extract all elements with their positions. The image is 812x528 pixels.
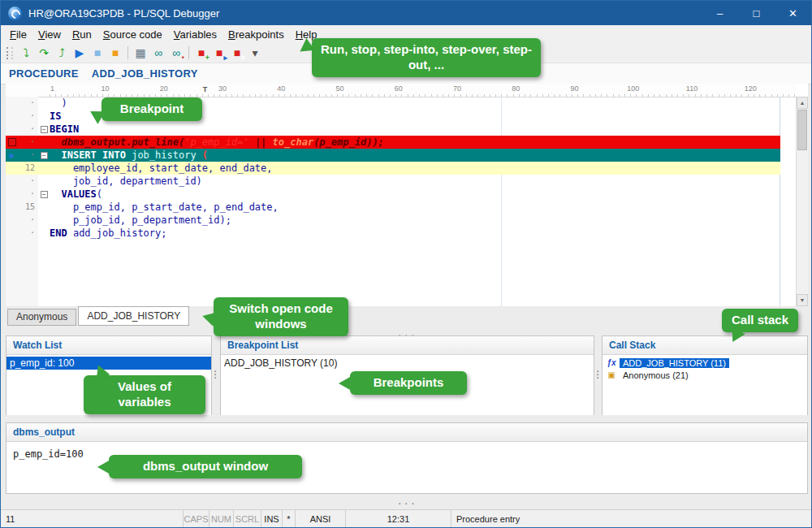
add-breakpoint-icon[interactable]: ■+ — [193, 45, 209, 61]
execution-arrow-icon: ► — [8, 151, 17, 160]
callout-code-windows: Switch open code windows — [214, 297, 348, 336]
ruler-number: 120 — [745, 84, 757, 93]
object-name: ADD_JOB_HISTORY — [92, 67, 198, 80]
menu-variables[interactable]: Variables — [168, 27, 222, 42]
line-number[interactable]: · — [19, 175, 38, 188]
code-text: job_id, department_id) — [50, 175, 202, 188]
menu-view[interactable]: View — [32, 27, 67, 42]
minimize-button[interactable]: – — [702, 1, 738, 25]
collapse-icon[interactable]: − — [41, 152, 48, 159]
fold-toggle[interactable]: − — [38, 188, 50, 201]
splitter-editor-panels[interactable] — [382, 327, 431, 334]
ruler-number: 30 — [218, 84, 227, 93]
call-stack-item[interactable]: ƒxADD_JOB_HISTORY (11) — [603, 357, 807, 369]
line-margin — [6, 175, 19, 188]
code-line[interactable]: ·−BEGIN — [6, 123, 780, 136]
menu-breakpoints[interactable]: Breakpoints — [222, 27, 290, 42]
call-stack-body[interactable]: ƒxADD_JOB_HISTORY (11)▣Anonymous (21) — [603, 355, 807, 415]
code-line[interactable]: ·END add_job_history; — [6, 227, 780, 240]
menu-file[interactable]: File — [4, 27, 32, 42]
line-number[interactable]: · — [19, 227, 38, 240]
watch-item[interactable]: p_emp_id: 100 — [6, 357, 211, 370]
window-title: HR@ORA19C3PDB - PL/SQL Debugger — [28, 7, 219, 19]
editor-vertical-scrollbar[interactable]: ▲ ▼ — [796, 97, 808, 306]
code-text: VALUES( — [50, 188, 102, 201]
collapse-icon[interactable]: − — [41, 191, 48, 198]
menu-source-code[interactable]: Source code — [97, 27, 168, 42]
line-number[interactable]: · — [19, 110, 38, 123]
ruler-number: 110 — [686, 84, 698, 93]
caps-indicator: CAPS — [184, 510, 209, 527]
evaluate-variable-icon[interactable]: ▦ — [132, 45, 149, 61]
object-type: PROCEDURE — [9, 67, 79, 80]
code-line[interactable]: ►·− INSERT INTO job_history ( — [6, 149, 780, 162]
ruler-number: 90 — [571, 84, 579, 93]
find-next-icon[interactable]: ∞• — [168, 45, 184, 61]
fold-toggle[interactable]: − — [38, 123, 50, 136]
line-number[interactable]: · — [19, 136, 38, 149]
line-number[interactable]: 15 — [19, 201, 38, 214]
breakpoint-icon[interactable] — [8, 138, 16, 146]
fold-column — [38, 110, 50, 123]
code-line[interactable]: · job_id, department_id) — [6, 175, 780, 188]
anonymous-block-icon: ▣ — [605, 370, 618, 379]
fold-column — [38, 97, 50, 110]
line-number[interactable]: · — [19, 188, 38, 201]
fold-column — [38, 227, 50, 240]
splitter-watch-breakpoints[interactable] — [212, 335, 219, 415]
find-icon[interactable]: ∞ — [150, 45, 166, 61]
stop-icon[interactable]: ■ — [107, 45, 123, 61]
tab-add_job_history[interactable]: ADD_JOB_HISTORY — [78, 306, 189, 326]
collapse-icon[interactable]: − — [41, 126, 48, 133]
line-margin: ► — [6, 149, 19, 162]
line-number[interactable]: · — [19, 149, 38, 162]
scroll-down-button[interactable]: ▼ — [797, 294, 808, 306]
scrl-indicator: SCRL — [234, 510, 261, 527]
close-button[interactable]: ✕ — [775, 1, 811, 25]
splitter-breakpoints-callstack[interactable] — [594, 335, 602, 415]
scrollbar-thumb[interactable] — [797, 110, 807, 150]
ruler-number: 50 — [336, 84, 344, 93]
code-line[interactable]: ·− VALUES( — [6, 188, 780, 201]
break-icon[interactable]: ■ — [89, 45, 106, 61]
code-line[interactable]: · p_job_id, p_department_id); — [6, 214, 780, 227]
line-number[interactable]: · — [19, 123, 38, 136]
code-text: INSERT INTO job_history ( — [50, 149, 208, 162]
clear-breakpoints-icon[interactable]: ■× — [229, 45, 245, 61]
breakpoint-item[interactable]: ADD_JOB_HISTORY (10) — [221, 357, 594, 370]
step-out-icon[interactable]: ⤴ — [54, 45, 70, 61]
code-line[interactable]: · dbms_output.put_line('p_emp_id=' || to… — [6, 136, 780, 149]
tab-anonymous[interactable]: Anonymous — [7, 309, 76, 326]
call-stack-item[interactable]: ▣Anonymous (21) — [603, 369, 807, 381]
splitter-panels-output[interactable] — [382, 416, 431, 422]
code-text: dbms_output.put_line('p_emp_id=' || to_c… — [50, 136, 384, 149]
function-icon: ƒx — [605, 358, 618, 367]
menu-run[interactable]: Run — [67, 27, 97, 42]
code-line[interactable]: 12 employee_id, start_date, end_date, — [6, 162, 780, 175]
line-margin — [6, 162, 19, 175]
fold-column — [38, 136, 50, 149]
scroll-up-button[interactable]: ▲ — [797, 97, 808, 109]
line-margin — [6, 214, 19, 227]
line-margin — [6, 97, 19, 110]
step-over-icon[interactable]: ↷ — [36, 45, 52, 61]
callout-variables: Values of variables — [84, 375, 205, 414]
ruler-number: 20 — [160, 84, 168, 93]
line-number[interactable]: 12 — [19, 162, 38, 175]
line-margin — [6, 227, 19, 240]
line-number[interactable]: · — [19, 214, 38, 227]
fold-toggle[interactable]: − — [38, 149, 50, 162]
goto-breakpoint-icon[interactable]: ■▸ — [211, 45, 227, 61]
ruler-number: 60 — [395, 84, 403, 93]
step-into-icon[interactable]: ⤵ — [18, 45, 34, 61]
toolbar-overflow-icon[interactable]: ▾ — [247, 45, 263, 61]
splitter-output-bottom[interactable] — [382, 496, 431, 502]
maximize-button[interactable]: □ — [738, 1, 775, 25]
run-icon[interactable]: ▶ — [71, 45, 88, 61]
code-line[interactable]: 15 p_emp_id, p_start_date, p_end_date, — [6, 201, 780, 214]
toolbar-grip[interactable] — [6, 47, 13, 59]
ruler-number: 10 — [102, 84, 110, 93]
title-bar: HR@ORA19C3PDB - PL/SQL Debugger – □ ✕ — [1, 1, 811, 25]
modified-indicator: * — [283, 510, 296, 527]
line-number[interactable]: · — [19, 97, 38, 110]
